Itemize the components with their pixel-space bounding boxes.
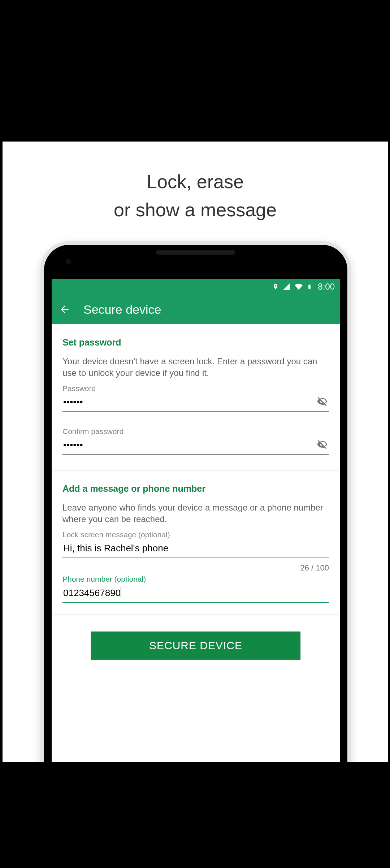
battery-icon — [307, 282, 312, 291]
phone-screen: 8:00 Secure device Set password Your dev… — [52, 279, 340, 762]
location-icon — [272, 282, 279, 291]
phone-frame: 8:00 Secure device Set password Your dev… — [40, 241, 351, 762]
phone-speaker — [156, 250, 235, 255]
text-cursor — [121, 587, 121, 597]
password-input[interactable]: •••••• — [62, 393, 329, 412]
message-section-title: Add a message or phone number — [62, 483, 329, 494]
lock-message-label: Lock screen message (optional) — [62, 530, 329, 539]
status-bar: 8:00 — [52, 279, 340, 295]
phone-volume-button — [351, 400, 351, 447]
screen-content: Set password Your device doesn't have a … — [52, 324, 340, 660]
back-button[interactable] — [59, 304, 70, 315]
app-bar-title: Secure device — [83, 303, 161, 317]
phone-number-input[interactable]: 01234567890 — [62, 583, 329, 603]
wifi-icon — [294, 283, 303, 291]
password-value: •••••• — [63, 396, 83, 407]
phone-number-label: Phone number (optional) — [62, 575, 329, 583]
section-divider — [52, 470, 340, 470]
confirm-password-visibility-toggle[interactable] — [317, 439, 328, 451]
phone-number-field-wrapper: Phone number (optional) 01234567890 — [62, 575, 329, 603]
phone-power-button — [351, 355, 351, 381]
confirm-password-value: •••••• — [63, 439, 83, 450]
confirm-password-field-wrapper: Confirm password •••••• — [62, 427, 329, 455]
message-section-description: Leave anyone who finds your device a mes… — [62, 502, 329, 525]
lock-message-value: Hi, this is Rachel's phone — [63, 543, 168, 554]
secure-device-button[interactable]: SECURE DEVICE — [91, 632, 300, 660]
arrow-left-icon — [59, 304, 70, 315]
password-visibility-toggle[interactable] — [317, 396, 328, 408]
eye-off-icon — [317, 439, 328, 450]
lock-message-counter: 26 / 100 — [62, 563, 329, 573]
promo-title: Lock, erase or show a message — [3, 168, 388, 224]
promo-line1: Lock, erase — [147, 171, 244, 192]
phone-number-value: 01234567890 — [63, 587, 121, 598]
signal-icon — [282, 283, 290, 291]
confirm-password-label: Confirm password — [62, 427, 329, 436]
promo-card: Lock, erase or show a message 8 — [3, 142, 388, 762]
promo-line2: or show a message — [114, 199, 277, 220]
set-password-description: Your device doesn't have a screen lock. … — [62, 356, 329, 379]
phone-camera — [66, 259, 71, 264]
section-divider — [52, 615, 340, 615]
set-password-title: Set password — [62, 337, 329, 348]
password-field-wrapper: Password •••••• — [62, 384, 329, 412]
password-label: Password — [62, 384, 329, 393]
lock-message-field-wrapper: Lock screen message (optional) Hi, this … — [62, 530, 329, 558]
lock-message-input[interactable]: Hi, this is Rachel's phone — [62, 539, 329, 558]
confirm-password-input[interactable]: •••••• — [62, 436, 329, 455]
status-time: 8:00 — [318, 282, 335, 292]
app-bar: Secure device — [52, 295, 340, 324]
eye-off-icon — [317, 396, 328, 407]
